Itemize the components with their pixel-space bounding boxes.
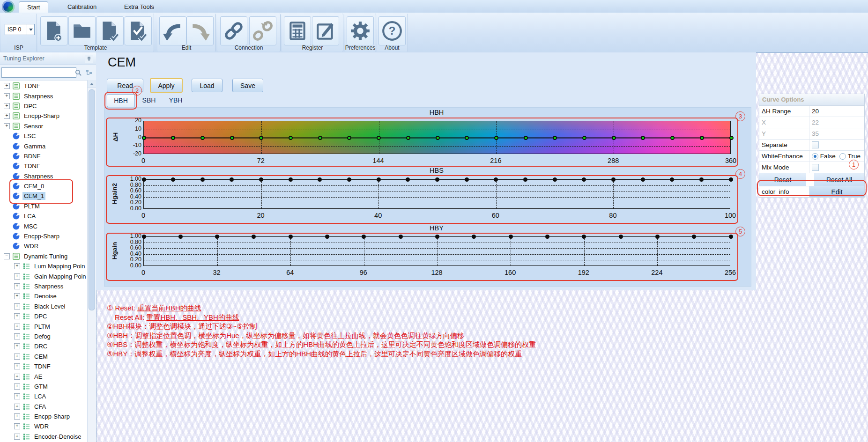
curve-point[interactable] <box>230 136 234 140</box>
curve-point[interactable] <box>259 177 263 182</box>
curve-point[interactable] <box>289 136 293 140</box>
expander-icon[interactable]: + <box>14 423 20 429</box>
expander-icon[interactable]: + <box>14 374 20 380</box>
expander-icon[interactable]: − <box>4 253 10 259</box>
tree-item-gain-mapping-poin[interactable]: +Gain Mapping Poin <box>0 271 88 281</box>
curve-point[interactable] <box>494 136 498 140</box>
radio-option-true[interactable]: True <box>839 153 861 160</box>
scrollbar-thumb[interactable] <box>89 89 95 310</box>
curve-point[interactable] <box>289 177 293 182</box>
app-logo-icon[interactable] <box>2 0 15 13</box>
sidebar-scrollbar[interactable] <box>87 80 96 442</box>
curve-point[interactable] <box>142 235 146 239</box>
apply-template-button[interactable] <box>125 16 152 45</box>
ribbon-tab-calibration[interactable]: Calibration <box>59 1 104 13</box>
tab-ybh[interactable]: YBH <box>165 94 186 106</box>
expander-icon[interactable]: + <box>14 333 20 339</box>
curve-point[interactable] <box>347 177 351 182</box>
curve-point[interactable] <box>612 136 616 140</box>
curve-point[interactable] <box>435 235 439 239</box>
tree-item-msc[interactable]: +MSC <box>0 221 88 231</box>
tree-item-lca[interactable]: +LCA <box>0 211 88 221</box>
register-table-button[interactable] <box>284 16 311 45</box>
tree-item-dynamic-tuning[interactable]: −Dynamic Tuning <box>0 251 88 261</box>
ribbon-tab-start[interactable]: Start <box>19 1 48 13</box>
curve-point[interactable] <box>252 235 256 239</box>
curve-point[interactable] <box>619 235 623 239</box>
curve-point[interactable] <box>655 235 660 239</box>
tree-item-pltm[interactable]: +PLTM <box>0 201 88 211</box>
expander-icon[interactable]: + <box>14 263 20 269</box>
checkbox[interactable] <box>812 141 819 148</box>
curve-point[interactable] <box>494 177 498 182</box>
curve-point[interactable] <box>171 177 175 182</box>
curve-point[interactable] <box>318 177 322 182</box>
curve-point[interactable] <box>435 177 439 182</box>
expander-icon[interactable]: + <box>14 383 20 390</box>
ribbon-tab-extra-tools[interactable]: Extra Tools <box>116 1 162 13</box>
curve-point[interactable] <box>700 136 704 140</box>
isp-select[interactable]: ISP 0 <box>5 24 35 35</box>
tree-item-encpp-sharp[interactable]: +Encpp-Sharp <box>0 412 88 421</box>
tree-item-dpc[interactable]: +DPC <box>0 311 88 321</box>
tree-item-cem-1[interactable]: +CEM_1 <box>0 191 88 201</box>
curve-point[interactable] <box>523 177 527 182</box>
tab-hbh[interactable]: HBH <box>107 94 135 107</box>
expander-icon[interactable]: + <box>14 273 20 280</box>
tree-item-lum-mapping-poin[interactable]: +Lum Mapping Poin <box>0 261 88 271</box>
about-button[interactable]: ? <box>378 16 406 45</box>
expander-icon[interactable]: + <box>14 404 20 410</box>
curve-point[interactable] <box>142 136 146 140</box>
reset-all-button[interactable]: Reset All <box>814 173 864 186</box>
curve-point[interactable] <box>230 177 234 182</box>
new-template-button[interactable] <box>40 16 67 45</box>
tree-item-tdnf[interactable]: +TDNF <box>0 361 88 371</box>
curve-point[interactable] <box>289 235 293 239</box>
isp-select-arrow[interactable] <box>27 24 34 35</box>
curve-point[interactable] <box>465 177 469 182</box>
curve-point[interactable] <box>200 177 205 182</box>
expander-icon[interactable]: + <box>4 93 10 99</box>
tree-item-pltm[interactable]: +PLTM <box>0 321 88 331</box>
checkbox[interactable] <box>812 164 819 171</box>
tree-item-ae[interactable]: +AE <box>0 371 88 381</box>
curve-point[interactable] <box>362 235 366 239</box>
radio-icon[interactable] <box>812 153 818 160</box>
curve-point[interactable] <box>729 177 733 182</box>
curve-point[interactable] <box>582 235 586 239</box>
curve-point[interactable] <box>524 136 528 140</box>
curve-point[interactable] <box>406 177 410 182</box>
redo-button[interactable] <box>186 16 214 45</box>
tree-item-wdr[interactable]: +WDR <box>0 421 88 431</box>
curve-point[interactable] <box>670 177 674 182</box>
curve-point[interactable] <box>142 177 146 182</box>
connect-button[interactable] <box>220 16 247 45</box>
tree-item-tdnf[interactable]: +TDNF <box>0 161 88 171</box>
preferences-button[interactable] <box>347 16 374 45</box>
expander-icon[interactable]: + <box>4 83 10 89</box>
expander-icon[interactable]: + <box>14 363 20 369</box>
disconnect-button[interactable] <box>249 16 276 45</box>
curve-point[interactable] <box>406 136 410 140</box>
tree-filter-icon[interactable] <box>84 67 94 78</box>
curve-point[interactable] <box>318 136 322 140</box>
expander-icon[interactable]: + <box>14 324 20 330</box>
expander-icon[interactable]: + <box>14 293 20 299</box>
tree-item-gamma[interactable]: +Gamma <box>0 141 88 151</box>
search-input[interactable] <box>1 67 76 78</box>
tree-item-cem[interactable]: +CEM <box>0 352 88 361</box>
tree-item-cem-0[interactable]: +CEM_0 <box>0 181 88 191</box>
tree-item-defog[interactable]: +Defog <box>0 332 88 341</box>
tree-item-lca[interactable]: +LCA <box>0 391 88 401</box>
radio-option-false[interactable]: False <box>812 153 836 160</box>
tree-item-gtm[interactable]: +GTM <box>0 382 88 391</box>
tree-item-black-level[interactable]: +Black Level <box>0 302 88 311</box>
expander-icon[interactable]: + <box>4 103 10 109</box>
search-icon[interactable] <box>74 67 83 78</box>
curve-point[interactable] <box>611 177 616 182</box>
radio-icon[interactable] <box>839 153 846 160</box>
curve-point[interactable] <box>692 235 696 239</box>
tree-item-encpp-sharp[interactable]: +Encpp-Sharp <box>0 231 88 241</box>
expander-icon[interactable]: + <box>14 303 20 309</box>
load-button[interactable]: Load <box>192 79 223 92</box>
